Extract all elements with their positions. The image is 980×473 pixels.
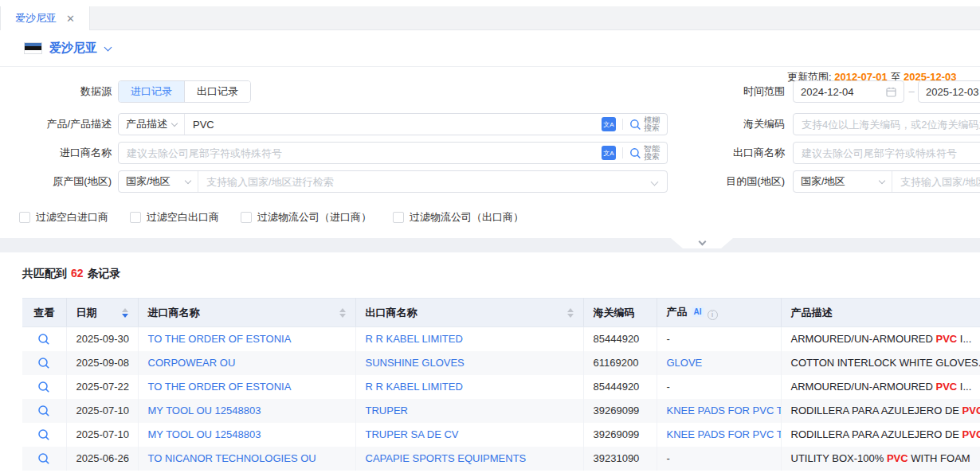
chevron-down-icon[interactable]	[651, 178, 659, 186]
product-input[interactable]	[185, 115, 602, 134]
importer-link[interactable]: TO THE ORDER OF ESTONIA	[148, 381, 292, 393]
origin-type-select[interactable]: 国家/地区	[119, 171, 198, 192]
sort-date[interactable]	[122, 308, 128, 318]
exporter-input[interactable]	[794, 143, 980, 162]
origin-label: 原产国(地区)	[0, 170, 112, 193]
view-record-button[interactable]	[37, 333, 50, 346]
col-date[interactable]: 日期	[66, 299, 138, 327]
product-type-select[interactable]: 产品描述	[119, 114, 185, 135]
hs-code-input[interactable]	[794, 115, 980, 134]
translate-icon[interactable]: 文A	[602, 117, 616, 131]
export-records-toggle[interactable]: 出口记录	[184, 81, 250, 102]
tab-estonia[interactable]: 爱沙尼亚 ✕	[0, 6, 90, 30]
sort-importer[interactable]	[339, 308, 346, 318]
filter-checkbox[interactable]: 过滤空白出口商	[130, 210, 219, 225]
view-record-button[interactable]	[37, 357, 50, 369]
table-row: 2025-07-10 MY TOOL OU 12548803 TRUPER 39…	[22, 399, 980, 423]
row-date: 2025-07-22	[66, 375, 138, 399]
filter-checkbox[interactable]: 过滤物流公司（进口商）	[241, 210, 371, 225]
results-panel: 共匹配到62条记录 查看 日期 进口商名称 出口商名称 海关编码 产品AIi 产…	[0, 252, 980, 471]
close-icon[interactable]: ✕	[66, 14, 75, 24]
magnifier-icon	[37, 333, 50, 346]
exporter-link[interactable]: TRUPER	[366, 405, 408, 416]
table-header-row: 查看 日期 进口商名称 出口商名称 海关编码 产品AIi 产品描述	[22, 299, 980, 327]
translate-icon[interactable]: 文A	[602, 146, 616, 160]
checkbox-icon[interactable]	[19, 212, 30, 223]
result-summary: 共匹配到62条记录	[22, 265, 980, 281]
row-hs-code: 39269099	[583, 423, 657, 447]
row-product: -	[667, 452, 670, 464]
row-date: 2025-09-30	[66, 327, 138, 351]
collapse-handle[interactable]	[671, 238, 733, 248]
time-range-label: 时间范围	[673, 80, 785, 103]
import-records-toggle[interactable]: 进口记录	[119, 81, 184, 102]
exporter-link[interactable]: R R KABEL LIMITED	[366, 333, 463, 345]
filter-checkbox-row: 过滤空白进口商过滤空白出口商过滤物流公司（进口商）过滤物流公司（出口商）	[19, 210, 523, 225]
fuzzy-search-button[interactable]: 模糊搜索	[629, 116, 667, 132]
importer-link[interactable]: CORPOWEAR OU	[148, 357, 236, 369]
checkbox-label: 过滤空白出口商	[147, 210, 219, 225]
col-exporter[interactable]: 出口商名称	[355, 299, 583, 327]
calendar-icon	[886, 87, 896, 97]
summary-prefix: 共匹配到	[22, 267, 67, 280]
summary-suffix: 条记录	[88, 267, 121, 280]
exporter-link[interactable]: R R KABEL LIMITED	[366, 381, 463, 393]
datasource-toggle: 进口记录 出口记录	[118, 80, 251, 103]
magnifier-icon	[37, 428, 50, 441]
view-record-button[interactable]	[37, 452, 50, 465]
datasource-label: 数据源	[0, 80, 112, 103]
row-desc: RODILLERA PARA AZULEJERO DE PVC	[781, 399, 980, 423]
app-window: 爱沙尼亚 ✕ 爱沙尼亚 更新范围: 2012-07-01 至 2025-12-0…	[0, 0, 980, 473]
panel-gap	[0, 238, 980, 252]
exporter-link[interactable]: CAPAPIE SPORTS EQUIPMENTS	[366, 452, 527, 464]
exporter-group	[793, 142, 980, 164]
view-record-button[interactable]	[37, 428, 50, 441]
magnifier-icon	[37, 381, 50, 393]
date-range-dash: –	[907, 80, 916, 103]
sort-exporter[interactable]	[567, 308, 574, 318]
row-product[interactable]: GLOVE	[667, 357, 703, 369]
col-importer[interactable]: 进口商名称	[138, 299, 355, 327]
smart-search-button[interactable]: 智能搜索	[629, 145, 667, 161]
importer-link[interactable]: MY TOOL OU 12548803	[148, 405, 261, 416]
origin-type-value: 国家/地区	[126, 174, 171, 189]
row-hs-code: 61169200	[583, 351, 657, 375]
destination-group: 国家/地区	[793, 170, 980, 193]
checkbox-icon[interactable]	[393, 212, 404, 223]
table-row: 2025-07-22 TO THE ORDER OF ESTONIA R R K…	[22, 375, 980, 399]
row-hs-code: 85444920	[583, 327, 657, 351]
tab-bar: 爱沙尼亚 ✕	[0, 0, 980, 30]
row-desc: ARMOURED/UN-ARMOURED PVC I...	[781, 327, 980, 351]
checkbox-icon[interactable]	[130, 212, 141, 223]
filter-checkbox[interactable]: 过滤空白进口商	[19, 210, 108, 225]
importer-link[interactable]: TO NICANOR TECHNOLOGIES OU	[148, 452, 316, 464]
date-from-input[interactable]: 2024-12-04	[793, 80, 904, 103]
row-product[interactable]: KNEE PADS FOR PVC T...	[667, 405, 782, 416]
destination-input[interactable]	[892, 172, 980, 191]
ai-badge: AI	[692, 307, 704, 317]
view-record-button[interactable]	[37, 381, 50, 393]
table-row: 2025-06-26 TO NICANOR TECHNOLOGIES OU CA…	[22, 447, 980, 471]
exporter-link[interactable]: SUNSHINE GLOVES	[366, 357, 465, 369]
hs-code-label: 海关编码	[673, 113, 785, 135]
checkbox-icon[interactable]	[241, 212, 252, 223]
filter-checkbox[interactable]: 过滤物流公司（出口商）	[393, 210, 523, 225]
table-row: 2025-09-30 TO THE ORDER OF ESTONIA R R K…	[22, 327, 980, 351]
table-row: 2025-07-10 MY TOOL OU 12548803 TRUPER SA…	[22, 423, 980, 447]
exporter-link[interactable]: TRUPER SA DE CV	[366, 428, 459, 440]
info-icon[interactable]: i	[708, 310, 718, 320]
origin-input[interactable]	[198, 172, 652, 191]
destination-type-select[interactable]: 国家/地区	[794, 171, 892, 192]
view-record-button[interactable]	[37, 405, 50, 417]
table-row: 2025-09-08 CORPOWEAR OU SUNSHINE GLOVES …	[22, 351, 980, 375]
checkbox-label: 过滤物流公司（出口商）	[410, 210, 523, 225]
importer-link[interactable]: MY TOOL OU 12548803	[148, 428, 261, 440]
records-table: 查看 日期 进口商名称 出口商名称 海关编码 产品AIi 产品描述 2025-0…	[22, 298, 980, 471]
importer-input[interactable]	[119, 143, 602, 162]
importer-link[interactable]: TO THE ORDER OF ESTONIA	[148, 333, 292, 345]
chevron-down-icon[interactable]	[104, 43, 112, 51]
exporter-label: 出口商名称	[673, 142, 785, 164]
tab-label: 爱沙尼亚	[15, 11, 57, 25]
date-to-input[interactable]: 2025-12-03	[918, 80, 980, 103]
row-product[interactable]: KNEE PADS FOR PVC T...	[667, 428, 782, 440]
